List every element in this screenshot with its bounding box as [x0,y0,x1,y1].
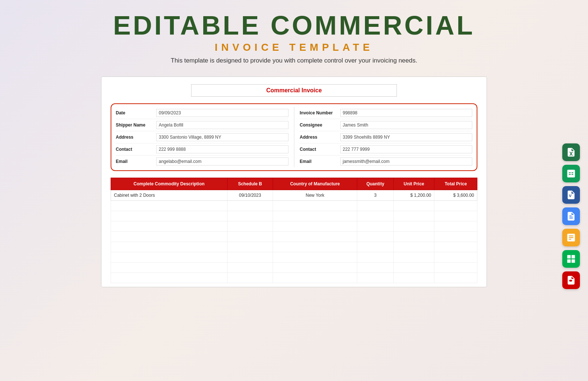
table-row-empty [111,273,477,283]
consignee-email-row: Email jamessmith@email.com [300,156,473,167]
date-row: Date 09/09/2023 [116,107,288,119]
row1-unit-price: $ 1,200.00 [394,190,434,201]
invoice-title: Commercial Invoice [266,87,322,93]
table-row-empty [111,211,477,221]
invoice-document: Commercial Invoice Date 09/09/2023 Shipp… [101,76,487,287]
excel-icon[interactable] [562,143,580,161]
col-country: Country of Manufacture [273,178,357,190]
consignee-value: James Smith [340,121,473,129]
shipper-name-row: Shipper Name Angela Bofill [116,119,288,131]
consignee-contact-row: Contact 222 777 9999 [300,143,473,156]
shipper-email-row: Email angelabo@email.com [116,156,288,167]
invoice-number-value: 998898 [340,109,473,117]
consignee-email-label: Email [300,159,340,164]
row1-description: Cabinet with 2 Doors [111,190,227,201]
description: This template is designed to provide you… [0,57,588,64]
info-section: Date 09/09/2023 Shipper Name Angela Bofi… [111,103,477,171]
invoice-number-row: Invoice Number 998898 [300,107,473,119]
docs-icon[interactable] [562,207,580,225]
shipper-name-label: Shipper Name [116,122,156,128]
pages-icon[interactable] [562,229,580,246]
shipper-contact-value: 222 999 8888 [156,145,288,153]
consignee-contact-label: Contact [300,147,340,152]
shipper-email-value: angelabo@email.com [156,157,288,165]
consignee-address-label: Address [300,135,340,140]
invoice-number-label: Invoice Number [300,110,340,115]
consignee-address-row: Address 3399 Shoehills 8899 NY [300,131,473,143]
shipper-contact-row: Contact 222 999 8888 [116,143,288,156]
row1-country: New York [273,190,357,201]
main-title: EDITABLE COMMERCIAL [0,11,588,40]
side-icons-panel [562,143,580,289]
shipper-address-label: Address [116,135,156,140]
shipper-contact-label: Contact [116,147,156,152]
commodity-table: Complete Commodity Description Schedule … [111,178,477,283]
date-label: Date [116,110,156,115]
table-row-empty [111,232,477,242]
table-header-row: Complete Commodity Description Schedule … [111,178,477,190]
consignee-section: Invoice Number 998898 Consignee James Sm… [294,107,473,167]
shipper-name-value: Angela Bofill [156,121,288,129]
consignee-label: Consignee [300,122,340,128]
consignee-address-value: 3399 Shoehills 8899 NY [340,133,473,141]
table-row-empty [111,201,477,211]
row1-total-price: $ 3,600.00 [434,190,477,201]
numbers-icon[interactable] [562,250,580,268]
sub-title: INVOICE TEMPLATE [0,42,588,53]
acrobat-icon[interactable] [562,271,580,289]
invoice-title-bar: Commercial Invoice [191,84,397,97]
table-row-empty [111,263,477,273]
col-total-price: Total Price [434,178,477,190]
consignee-row: Consignee James Smith [300,119,473,131]
table-row-empty [111,221,477,232]
shipper-section: Date 09/09/2023 Shipper Name Angela Bofi… [116,107,294,167]
word-icon[interactable] [562,186,580,204]
page-header: EDITABLE COMMERCIAL INVOICE TEMPLATE Thi… [0,0,588,70]
row1-quantity: 3 [357,190,394,201]
commodity-table-section: Complete Commodity Description Schedule … [111,178,477,283]
shipper-address-row: Address 3300 Santonio Village, 8899 NY [116,131,288,143]
col-description: Complete Commodity Description [111,178,227,190]
date-value: 09/09/2023 [156,109,288,117]
table-row-empty [111,252,477,263]
col-schedule-b: Schedule B [227,178,273,190]
consignee-email-value: jamessmith@email.com [340,157,473,165]
col-quantity: Quantity [357,178,394,190]
sheets-icon[interactable] [562,165,580,182]
shipper-address-value: 3300 Santonio Village, 8899 NY [156,133,288,141]
col-unit-price: Unit Price [394,178,434,190]
row1-schedule-b: 09/10/2023 [227,190,273,201]
table-row-empty [111,242,477,252]
shipper-email-label: Email [116,159,156,164]
consignee-contact-value: 222 777 9999 [340,145,473,153]
table-row: Cabinet with 2 Doors 09/10/2023 New York… [111,190,477,201]
